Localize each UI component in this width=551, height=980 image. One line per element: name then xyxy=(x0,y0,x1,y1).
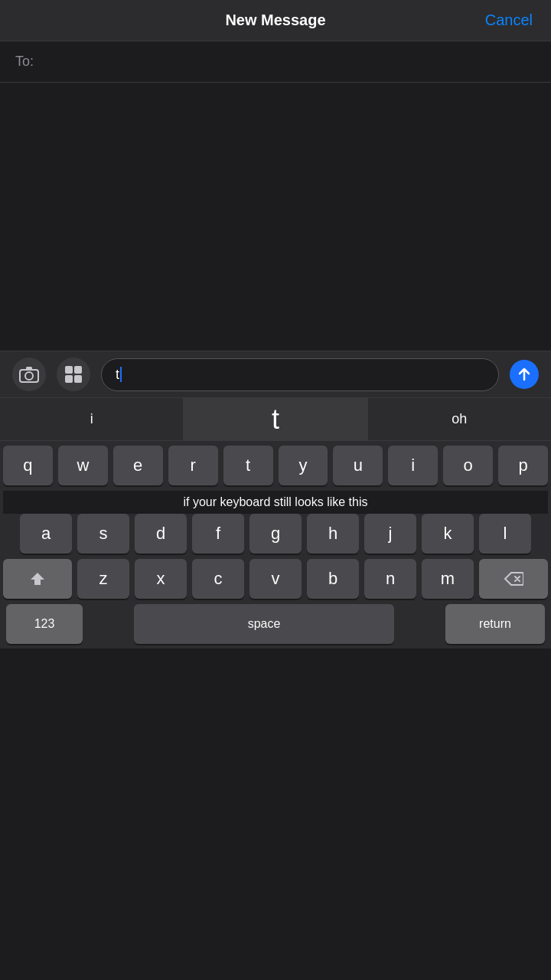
autocomplete-item-oh[interactable]: oh xyxy=(368,398,551,440)
to-row: To: xyxy=(0,41,551,83)
key-w[interactable]: w xyxy=(58,446,108,485)
svg-rect-6 xyxy=(74,375,82,383)
key-c[interactable]: c xyxy=(192,559,244,599)
key-j[interactable]: j xyxy=(364,514,416,554)
key-a[interactable]: a xyxy=(20,514,72,554)
return-key[interactable]: return xyxy=(445,604,545,644)
key-e[interactable]: e xyxy=(113,446,163,485)
key-v[interactable]: v xyxy=(249,559,302,599)
to-input[interactable] xyxy=(40,54,536,70)
autocomplete-item-t[interactable]: t xyxy=(184,398,367,440)
header: New Message Cancel xyxy=(0,0,551,41)
message-input-text: t xyxy=(116,367,119,383)
key-u[interactable]: u xyxy=(333,446,383,485)
delete-key[interactable] xyxy=(479,559,548,599)
key-i[interactable]: i xyxy=(388,446,438,485)
page-title: New Message xyxy=(225,11,325,29)
key-q[interactable]: q xyxy=(3,446,53,485)
key-t[interactable]: t xyxy=(223,446,273,485)
send-button[interactable] xyxy=(510,360,539,389)
caption-text: if your keyboard still looks like this xyxy=(184,495,368,508)
key-x[interactable]: x xyxy=(135,559,187,599)
keyboard-row-2: a s d f g h j k l xyxy=(3,514,548,554)
key-p[interactable]: p xyxy=(498,446,548,485)
key-d[interactable]: d xyxy=(135,514,187,554)
num-key[interactable]: 123 xyxy=(6,604,83,644)
key-h[interactable]: h xyxy=(307,514,359,554)
key-l[interactable]: l xyxy=(479,514,531,554)
autocomplete-bar: i t oh xyxy=(0,398,551,441)
shift-key[interactable] xyxy=(3,559,72,599)
key-y[interactable]: y xyxy=(279,446,328,485)
keyboard-row-4: 123 space return xyxy=(3,604,548,648)
apps-icon-button[interactable] xyxy=(57,358,90,391)
keyboard: q w e r t y u i o p if your keyboard sti… xyxy=(0,441,551,648)
cursor xyxy=(120,367,122,382)
message-body xyxy=(0,83,551,351)
caption-bar: if your keyboard still looks like this xyxy=(3,491,548,514)
key-m[interactable]: m xyxy=(422,559,474,599)
compose-toolbar: t xyxy=(0,351,551,398)
svg-rect-4 xyxy=(74,366,82,374)
key-o[interactable]: o xyxy=(443,446,493,485)
space-key[interactable]: space xyxy=(134,604,394,644)
autocomplete-item-i[interactable]: i xyxy=(0,398,184,440)
to-label: To: xyxy=(15,54,34,70)
svg-rect-2 xyxy=(26,367,32,370)
key-n[interactable]: n xyxy=(364,559,416,599)
cancel-button[interactable]: Cancel xyxy=(485,11,533,29)
camera-icon-button[interactable] xyxy=(12,358,46,391)
svg-rect-5 xyxy=(65,375,73,383)
svg-rect-3 xyxy=(65,366,73,374)
key-z[interactable]: z xyxy=(77,559,129,599)
key-f[interactable]: f xyxy=(192,514,244,554)
key-g[interactable]: g xyxy=(249,514,302,554)
key-r[interactable]: r xyxy=(168,446,218,485)
message-input-field[interactable]: t xyxy=(101,358,499,391)
key-k[interactable]: k xyxy=(422,514,474,554)
keyboard-row-1: q w e r t y u i o p xyxy=(3,446,548,485)
key-b[interactable]: b xyxy=(307,559,359,599)
svg-point-1 xyxy=(25,372,33,380)
key-s[interactable]: s xyxy=(77,514,129,554)
keyboard-row-3: z x c v b n m xyxy=(3,559,548,599)
